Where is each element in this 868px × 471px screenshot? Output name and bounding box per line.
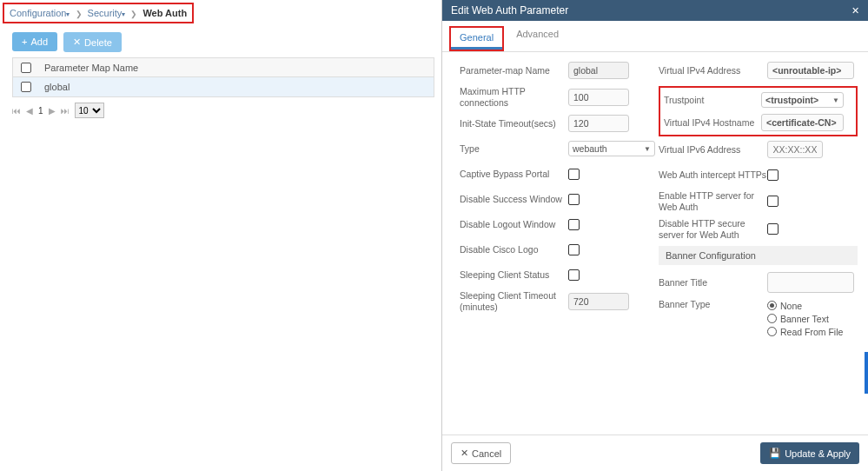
- x-icon: ✕: [73, 36, 81, 48]
- scs-label: Sleeping Client Status: [460, 269, 568, 281]
- dcl-checkbox[interactable]: [568, 244, 580, 255]
- pager-first[interactable]: ⏮: [12, 106, 21, 116]
- update-apply-button[interactable]: 💾 Update & Apply: [760, 442, 859, 464]
- dlw-checkbox[interactable]: [568, 219, 580, 230]
- pager-page: 1: [38, 106, 43, 116]
- panel-header: Edit Web Auth Parameter ✕: [442, 0, 868, 21]
- max-http-label: Maximum HTTP connections: [460, 86, 568, 108]
- wai-checkbox[interactable]: [767, 169, 779, 181]
- banner-type-label: Banner Type: [659, 299, 767, 310]
- breadcrumb-current: Web Auth: [142, 8, 187, 18]
- sct-input[interactable]: [568, 293, 629, 310]
- edit-panel: Edit Web Auth Parameter ✕ General Advanc…: [441, 0, 868, 471]
- dhttps-label: Disable HTTP secure server for Web Auth: [659, 218, 767, 240]
- close-icon[interactable]: ✕: [851, 5, 859, 17]
- x-icon: ✕: [461, 448, 468, 459]
- tab-advanced[interactable]: Advanced: [507, 24, 567, 51]
- pm-name-input[interactable]: [568, 62, 629, 79]
- column-header-name[interactable]: Parameter Map Name: [39, 63, 434, 73]
- table-row[interactable]: global: [13, 77, 434, 96]
- panel-footer: ✕ Cancel 💾 Update & Apply: [442, 435, 868, 471]
- main-pane: Configuration▾ ❯ Security▾ ❯ Web Auth + …: [0, 0, 441, 471]
- init-timeout-label: Init-State Timeout(secs): [460, 118, 568, 129]
- ehttp-checkbox[interactable]: [767, 196, 779, 207]
- table-header-row: Parameter Map Name: [13, 58, 434, 77]
- dhttps-checkbox[interactable]: [767, 223, 779, 235]
- type-label: Type: [460, 143, 568, 155]
- tab-bar: General Advanced: [442, 21, 868, 52]
- pager-prev[interactable]: ◀: [26, 106, 33, 116]
- radio-read-file[interactable]: Read From File: [767, 327, 843, 337]
- action-bar: + Add ✕ Delete: [12, 32, 441, 52]
- highlight-trustpoint-block: Trustpoint <trustpoint>▼ Virtual IPv4 Ho…: [659, 86, 858, 136]
- v4addr-input[interactable]: [767, 62, 854, 79]
- captive-label: Captive Bypass Portal: [460, 169, 568, 180]
- trustpoint-select[interactable]: <trustpoint>▼: [761, 92, 844, 108]
- type-select[interactable]: webauth▼: [568, 141, 655, 156]
- pager: ⏮ ◀ 1 ▶ ⏭ 10: [12, 103, 441, 118]
- sct-label: Sleeping Client Timeout (minutes): [460, 290, 568, 312]
- dsw-label: Disable Success Window: [460, 194, 568, 205]
- banner-type-radios: None Banner Text Read From File: [767, 299, 858, 340]
- delete-label: Delete: [84, 37, 112, 48]
- parameter-map-table: Parameter Map Name global: [12, 57, 434, 97]
- add-label: Add: [30, 36, 48, 47]
- delete-button[interactable]: ✕ Delete: [63, 32, 122, 52]
- banner-title-label: Banner Title: [659, 277, 767, 289]
- add-button[interactable]: + Add: [12, 32, 57, 51]
- tab-general[interactable]: General: [451, 28, 502, 50]
- dlw-label: Disable Logout Window: [460, 219, 568, 230]
- ehttp-label: Enable HTTP server for Web Auth: [659, 190, 767, 212]
- breadcrumb-configuration[interactable]: Configuration▾: [10, 8, 70, 18]
- radio-none[interactable]: None: [767, 301, 802, 311]
- header-checkbox[interactable]: [21, 63, 31, 73]
- pager-size-select[interactable]: 10: [75, 103, 104, 118]
- row-name: global: [39, 82, 434, 92]
- trustpoint-label: Trustpoint: [664, 95, 761, 106]
- wai-label: Web Auth intercept HTTPs: [659, 169, 767, 181]
- banner-config-header: Banner Configuration: [659, 246, 858, 265]
- caret-down-icon: ▼: [644, 145, 651, 153]
- v6addr-input[interactable]: [767, 141, 823, 158]
- chevron-right-icon: ❯: [130, 10, 137, 18]
- v4addr-label: Virtual IPv4 Address: [659, 65, 767, 76]
- init-timeout-input[interactable]: [568, 115, 629, 132]
- breadcrumb-security[interactable]: Security▾: [88, 8, 126, 18]
- dsw-checkbox[interactable]: [568, 194, 580, 205]
- panel-title: Edit Web Auth Parameter: [451, 4, 568, 17]
- banner-title-input[interactable]: [767, 272, 854, 293]
- captive-checkbox[interactable]: [568, 169, 580, 180]
- chevron-right-icon: ❯: [76, 10, 83, 18]
- v4host-label: Virtual IPv4 Hostname: [664, 117, 761, 129]
- breadcrumb: Configuration▾ ❯ Security▾ ❯ Web Auth: [3, 3, 194, 23]
- pager-last[interactable]: ⏭: [61, 106, 70, 116]
- max-http-input[interactable]: [568, 89, 629, 106]
- row-checkbox[interactable]: [21, 82, 31, 92]
- save-icon: 💾: [769, 448, 781, 459]
- left-column: Parameter-map Name Maximum HTTP connecti…: [460, 61, 659, 435]
- pager-next[interactable]: ▶: [49, 106, 56, 116]
- pm-name-label: Parameter-map Name: [460, 65, 568, 76]
- plus-icon: +: [22, 36, 27, 47]
- scroll-indicator[interactable]: [865, 352, 868, 394]
- v4host-input[interactable]: [761, 114, 844, 131]
- dcl-label: Disable Cisco Logo: [460, 244, 568, 255]
- highlight-general-tab: General: [449, 26, 504, 51]
- panel-body: Parameter-map Name Maximum HTTP connecti…: [442, 52, 868, 435]
- v6addr-label: Virtual IPv6 Address: [659, 144, 767, 156]
- right-column: Virtual IPv4 Address Trustpoint <trustpo…: [659, 61, 858, 435]
- caret-down-icon: ▼: [832, 96, 839, 104]
- scs-checkbox[interactable]: [568, 269, 580, 281]
- cancel-button[interactable]: ✕ Cancel: [451, 442, 511, 464]
- radio-banner-text[interactable]: Banner Text: [767, 314, 829, 324]
